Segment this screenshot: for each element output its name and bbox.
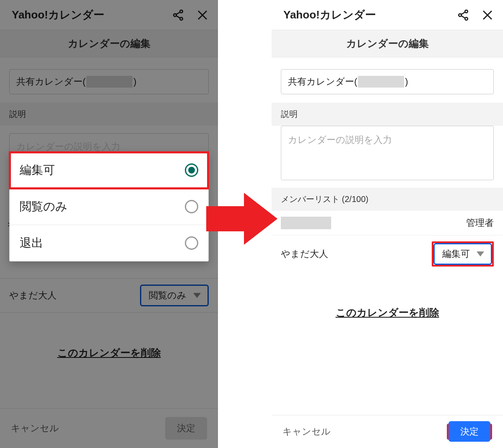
calendar-name-field[interactable]: 共有カレンダー( ) [281, 69, 494, 94]
option-label: 閲覧のみ [20, 199, 67, 215]
permission-select[interactable]: 閲覧のみ [140, 285, 209, 306]
svg-line-4 [176, 16, 180, 18]
radio-icon [185, 200, 198, 213]
option-leave[interactable]: 退出 [10, 225, 208, 261]
confirm-button[interactable]: 決定 [449, 421, 490, 442]
member-name: やまだ大人 [9, 289, 57, 302]
description-placeholder: カレンダーの説明を入力 [16, 141, 120, 152]
right-screen: Yahoo!カレンダー カレンダーの編集 共有カレンダー( ) 説明 カレンダー… [272, 0, 503, 448]
delete-calendar-link[interactable]: このカレンダーを削除 [0, 346, 218, 360]
svg-point-9 [459, 13, 462, 16]
member-list-label: メンバーリスト (2/100) [272, 188, 503, 211]
svg-line-12 [461, 16, 465, 18]
calendar-name-suffix: ) [133, 76, 136, 87]
cancel-button[interactable]: キャンセル [11, 422, 59, 435]
header: Yahoo!カレンダー [272, 0, 503, 28]
calendar-name-field[interactable]: 共有カレンダー( ) [9, 69, 209, 94]
description-label: 説明 [272, 103, 503, 126]
app-title: Yahoo!カレンダー [283, 8, 376, 22]
option-editable[interactable]: 編集可 [10, 152, 208, 189]
confirm-button[interactable]: 決定 [165, 417, 207, 440]
section-title: カレンダーの編集 [0, 30, 218, 57]
footer: キャンセル 決定 [0, 408, 218, 448]
footer: キャンセル 決定 [272, 415, 503, 448]
svg-point-0 [180, 10, 183, 13]
header: Yahoo!カレンダー [0, 0, 218, 28]
member-row: やまだ大人 閲覧のみ [0, 278, 218, 313]
redacted-name [86, 76, 132, 88]
permission-popup: 編集可 閲覧のみ 退出 [9, 152, 209, 262]
chevron-down-icon [193, 293, 201, 298]
header-icons [457, 9, 494, 21]
left-screen: Yahoo!カレンダー カレンダーの編集 共有カレンダー( ) 説明 カレンダー… [0, 0, 218, 448]
member-name: やまだ大人 [281, 248, 328, 260]
redacted-admin-name [281, 217, 331, 229]
share-icon[interactable] [172, 9, 184, 21]
permission-highlight: 編集可 [432, 241, 494, 267]
cancel-button[interactable]: キャンセル [283, 425, 331, 438]
svg-marker-7 [206, 193, 277, 245]
section-title: カレンダーの編集 [272, 30, 503, 57]
admin-role-text: 管理者 [466, 217, 494, 229]
calendar-name-prefix: 共有カレンダー( [288, 75, 357, 88]
option-view-only[interactable]: 閲覧のみ [10, 189, 208, 225]
calendar-name-suffix: ) [405, 76, 408, 87]
permission-select[interactable]: 編集可 [433, 243, 492, 265]
calendar-name-prefix: 共有カレンダー( [16, 75, 86, 88]
delete-calendar-link[interactable]: このカレンダーを削除 [272, 306, 503, 319]
member-row-admin: 管理者 [272, 211, 503, 235]
radio-icon [185, 236, 198, 250]
chevron-down-icon [477, 251, 484, 256]
app-title: Yahoo!カレンダー [12, 8, 104, 22]
description-field[interactable]: カレンダーの説明を入力 [281, 126, 494, 180]
close-icon[interactable] [481, 9, 494, 21]
description-placeholder: カレンダーの説明を入力 [288, 135, 392, 145]
svg-point-10 [465, 17, 468, 20]
transition-arrow-icon [206, 189, 277, 248]
member-row: やまだ大人 編集可 [272, 235, 503, 272]
svg-line-11 [461, 12, 465, 14]
svg-line-3 [176, 12, 180, 14]
permission-value: 編集可 [442, 248, 470, 260]
radio-selected-icon [185, 163, 198, 177]
svg-point-2 [180, 17, 183, 20]
description-label: 説明 [0, 103, 218, 126]
share-icon[interactable] [457, 9, 469, 21]
redacted-name [358, 76, 404, 88]
close-icon[interactable] [196, 9, 209, 21]
svg-point-1 [174, 13, 176, 16]
option-label: 退出 [20, 235, 43, 251]
option-label: 編集可 [20, 162, 55, 178]
confirm-highlight: 決定 [447, 424, 492, 440]
header-icons [172, 9, 209, 21]
permission-value: 閲覧のみ [149, 289, 187, 302]
svg-point-8 [465, 10, 468, 13]
